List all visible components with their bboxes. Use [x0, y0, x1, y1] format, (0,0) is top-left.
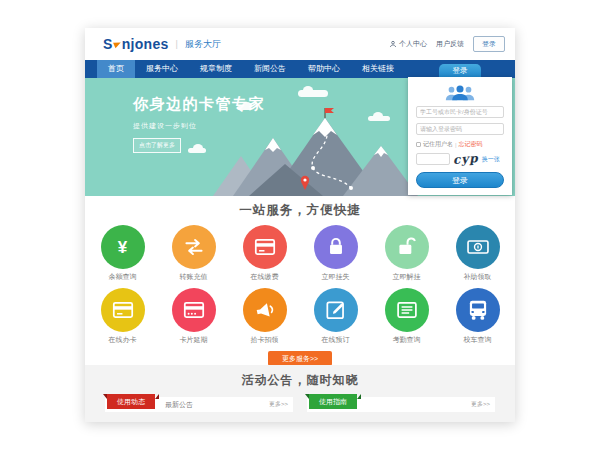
nav-item-rules[interactable]: 规章制度: [189, 60, 243, 78]
service-label: 余额查询: [87, 272, 158, 282]
nav-item-news[interactable]: 新闻公告: [243, 60, 297, 78]
bank-card-icon[interactable]: [172, 288, 216, 332]
more-services-button[interactable]: 更多服务>>: [268, 351, 332, 366]
header-login-button[interactable]: 登录: [473, 36, 505, 52]
captcha-input[interactable]: [416, 153, 450, 165]
tab-usage-news[interactable]: 使用动态: [107, 394, 155, 409]
brand-text-left: S: [103, 36, 113, 52]
remember-divider: |: [455, 142, 457, 148]
service-item[interactable]: 立即解挂: [371, 225, 442, 282]
service-item[interactable]: 补助领取: [442, 225, 513, 282]
login-panel: 登录 记住用户名 | 忘记密码 cyp 换一张 登录: [408, 64, 512, 195]
unlock-icon[interactable]: [385, 225, 429, 269]
cloud-icon: [298, 90, 328, 97]
tab-latest-announcements[interactable]: 最新公告: [165, 397, 193, 412]
service-item[interactable]: 卡片延期: [158, 288, 229, 345]
service-item[interactable]: 考勤查询: [371, 288, 442, 345]
username-input[interactable]: [416, 106, 504, 118]
list-icon[interactable]: [385, 288, 429, 332]
left-announcement-panel: 使用动态 最新公告 更多>>: [105, 397, 293, 412]
service-label: 补助领取: [442, 272, 513, 282]
service-item[interactable]: 在线缴费: [229, 225, 300, 282]
yen-icon[interactable]: ¥: [101, 225, 145, 269]
personal-center-label: 个人中心: [399, 39, 427, 49]
hero-copy: 你身边的卡管专家 提供建设一步到位 点击了解更多: [133, 95, 265, 153]
announcements-section: 活动公告，随时知晓 使用动态 最新公告 更多>> 使用指南 更多>>: [85, 365, 515, 422]
services-title: 一站服务，方便快捷: [85, 196, 515, 219]
brand-text-right: njones: [122, 36, 169, 52]
lock-icon[interactable]: [314, 225, 358, 269]
bus-icon[interactable]: [456, 288, 500, 332]
password-input[interactable]: [416, 123, 504, 135]
service-label: 卡片延期: [158, 335, 229, 345]
nav-item-links[interactable]: 相关链接: [351, 60, 405, 78]
hero-title: 你身边的卡管专家: [133, 95, 265, 114]
tab-usage-guide[interactable]: 使用指南: [309, 394, 357, 409]
service-label: 在线预订: [300, 335, 371, 345]
feedback-link[interactable]: 用户反馈: [436, 39, 464, 49]
header-links: 个人中心 用户反馈 登录: [389, 28, 505, 60]
bank-card-icon[interactable]: [101, 288, 145, 332]
login-card: 记住用户名 | 忘记密码 cyp 换一张 登录: [408, 77, 512, 195]
brand-arrow-icon: [113, 40, 122, 48]
right-announcement-panel: 使用指南 更多>>: [307, 397, 495, 412]
remember-checkbox[interactable]: [416, 142, 421, 147]
feedback-label: 用户反馈: [436, 39, 464, 49]
captcha-row: cyp 换一张: [416, 152, 504, 166]
header: S njones | 服务大厅 个人中心 用户反馈 登录: [85, 28, 515, 60]
transfer-arrows-icon[interactable]: [172, 225, 216, 269]
service-item[interactable]: 拾卡招领: [229, 288, 300, 345]
services-section: 一站服务，方便快捷 ¥ 余额查询 转账充值 在线缴费: [85, 196, 515, 365]
service-item[interactable]: 在线预订: [300, 288, 371, 345]
hero-subtitle: 提供建设一步到位: [133, 121, 265, 131]
service-item[interactable]: ¥ 余额查询: [87, 225, 158, 282]
banknote-icon[interactable]: [456, 225, 500, 269]
service-label: 在线缴费: [229, 272, 300, 282]
nav-item-help[interactable]: 帮助中心: [297, 60, 351, 78]
captcha-image: cyp: [453, 151, 480, 167]
brand-logo[interactable]: S njones | 服务大厅: [103, 36, 221, 52]
login-tab[interactable]: 登录: [439, 64, 481, 77]
brand-divider: |: [176, 39, 178, 49]
portal-page: S njones | 服务大厅 个人中心 用户反馈 登录 首页 服务中心 规章制…: [85, 28, 515, 422]
announcement-panels: 使用动态 最新公告 更多>> 使用指南 更多>>: [85, 397, 515, 412]
service-item[interactable]: 立即挂失: [300, 225, 371, 282]
more-link[interactable]: 更多>>: [471, 397, 490, 412]
change-captcha-link[interactable]: 换一张: [482, 155, 500, 164]
nav-item-service-center[interactable]: 服务中心: [135, 60, 189, 78]
login-submit-button[interactable]: 登录: [416, 172, 504, 188]
yen-glyph: ¥: [118, 239, 127, 256]
announcements-title: 活动公告，随时知晓: [85, 365, 515, 389]
service-label: 校车查询: [442, 335, 513, 345]
service-label: 立即挂失: [300, 272, 371, 282]
service-label: 转账充值: [158, 272, 229, 282]
remember-label: 记住用户名: [423, 140, 453, 149]
users-group-icon: [443, 84, 477, 101]
megaphone-icon[interactable]: [243, 288, 287, 332]
hero-cta-button[interactable]: 点击了解更多: [133, 138, 181, 153]
brand-subtitle: 服务大厅: [185, 38, 221, 51]
nav-item-home[interactable]: 首页: [97, 60, 135, 78]
compose-icon[interactable]: [314, 288, 358, 332]
bank-card-icon[interactable]: [243, 225, 287, 269]
personal-center-link[interactable]: 个人中心: [389, 39, 427, 49]
remember-row: 记住用户名 | 忘记密码: [416, 140, 504, 149]
service-item[interactable]: 转账充值: [158, 225, 229, 282]
service-label: 考勤查询: [371, 335, 442, 345]
service-item[interactable]: 校车查询: [442, 288, 513, 345]
service-label: 在线办卡: [87, 335, 158, 345]
services-grid: ¥ 余额查询 转账充值 在线缴费 立即挂失: [87, 225, 513, 345]
service-item[interactable]: 在线办卡: [87, 288, 158, 345]
service-label: 立即解挂: [371, 272, 442, 282]
forgot-password-link[interactable]: 忘记密码: [459, 140, 483, 149]
more-link[interactable]: 更多>>: [269, 397, 288, 412]
service-label: 拾卡招领: [229, 335, 300, 345]
user-icon: [389, 40, 397, 48]
